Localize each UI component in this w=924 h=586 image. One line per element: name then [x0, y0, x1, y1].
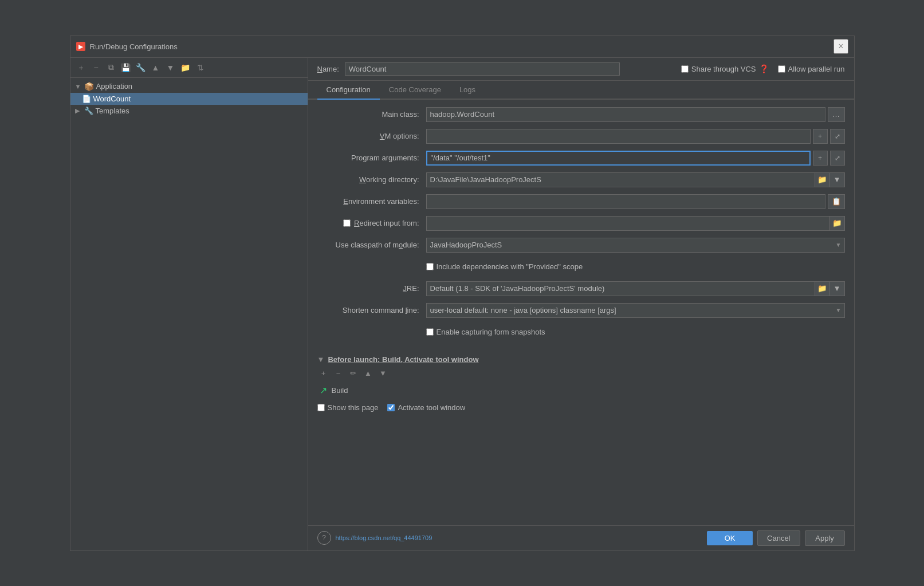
allow-parallel-checkbox[interactable]: [778, 65, 785, 73]
cancel-button[interactable]: Cancel: [757, 530, 800, 546]
settings-config-button[interactable]: 🔧: [135, 61, 147, 74]
include-deps-row: Include dependencies with "Provided" sco…: [317, 259, 845, 275]
env-vars-browse-button[interactable]: 📋: [828, 194, 845, 209]
show-page-checkbox[interactable]: [317, 404, 325, 411]
header-options: Share through VCS ❓ Allow parallel run: [681, 64, 845, 73]
move-down-button[interactable]: ▼: [164, 61, 177, 74]
tab-configuration[interactable]: Configuration: [317, 81, 380, 100]
program-args-fullscreen-button[interactable]: ⤢: [830, 151, 845, 166]
save-config-button[interactable]: 💾: [120, 61, 132, 74]
working-dir-control: 📁 ▼: [426, 172, 845, 187]
tab-logs[interactable]: Logs: [450, 81, 485, 100]
working-dir-group: 📁 ▼: [426, 172, 845, 187]
jre-folder-button[interactable]: 📁: [815, 281, 830, 296]
shorten-cmdline-select-wrapper: user-local default: none - java [options…: [426, 303, 845, 318]
redirect-folder-button[interactable]: 📁: [830, 216, 845, 231]
title-bar: ▶ Run/Debug Configurations ×: [70, 36, 854, 58]
name-input[interactable]: [345, 62, 620, 76]
classpath-select[interactable]: JavaHadoopProJectS: [426, 238, 845, 253]
program-args-input[interactable]: [426, 151, 811, 166]
wordcount-icon: 📄: [82, 95, 91, 103]
classpath-label: Use classpath of module:: [317, 241, 426, 249]
shorten-cmdline-row: Shorten command line: user-local default…: [317, 302, 845, 318]
before-launch-label: Before launch: Build, Activate tool wind…: [328, 355, 478, 364]
sidebar-item-wordcount[interactable]: 📄 WordCount: [70, 93, 308, 105]
main-class-label: Main class:: [317, 110, 426, 119]
working-dir-folder-button[interactable]: 📁: [815, 172, 830, 187]
redirect-checkbox[interactable]: [343, 219, 351, 227]
footer-left: ? https://blog.csdn.net/qq_44491709: [317, 531, 432, 545]
sidebar-tree: ▼ 📦 Application 📄 WordCount ▶ 🔧 Template…: [70, 78, 308, 550]
jre-input[interactable]: [426, 281, 815, 296]
share-vcs-label[interactable]: Share through VCS ❓: [681, 64, 769, 73]
close-button[interactable]: ×: [833, 39, 848, 54]
templates-label: Templates: [96, 107, 129, 115]
move-up-button[interactable]: ▲: [150, 61, 162, 74]
build-arrow-icon: ↗: [320, 385, 327, 396]
jre-dropdown-button[interactable]: ▼: [830, 281, 845, 296]
main-class-browse-button[interactable]: …: [828, 107, 845, 122]
redirect-input-field[interactable]: [426, 216, 830, 231]
apply-button[interactable]: Apply: [805, 530, 845, 546]
name-label: Name:: [317, 65, 339, 73]
classpath-control: JavaHadoopProJectS ▼: [426, 238, 845, 253]
include-deps-checkbox[interactable]: [426, 263, 434, 270]
vm-options-control: + ⤢: [426, 129, 845, 144]
add-config-button[interactable]: +: [75, 61, 88, 74]
enable-snapshots-checkbox[interactable]: [426, 328, 434, 336]
show-page-label[interactable]: Show this page: [317, 403, 379, 412]
env-vars-input[interactable]: [426, 194, 825, 209]
remove-config-button[interactable]: −: [90, 61, 103, 74]
enable-snapshots-control: Enable capturing form snapshots: [426, 328, 845, 336]
activate-tool-window-label[interactable]: Activate tool window: [387, 403, 465, 412]
add-folder-button[interactable]: 📁: [179, 61, 192, 74]
vm-options-expand-button[interactable]: +: [813, 129, 828, 144]
before-launch-down-button[interactable]: ▼: [377, 367, 390, 380]
classpath-select-wrapper: JavaHadoopProJectS ▼: [426, 238, 845, 253]
sidebar-item-application[interactable]: ▼ 📦 Application: [70, 80, 308, 93]
before-launch-header: ▼ Before launch: Build, Activate tool wi…: [317, 355, 845, 364]
shorten-cmdline-label: Shorten command line:: [317, 306, 426, 314]
shorten-cmdline-select[interactable]: user-local default: none - java [options…: [426, 303, 845, 318]
working-dir-input[interactable]: [426, 172, 815, 187]
before-launch-edit-button[interactable]: ✏: [347, 367, 360, 380]
footer-link[interactable]: https://blog.csdn.net/qq_44491709: [336, 534, 432, 541]
vm-options-fullscreen-button[interactable]: ⤢: [830, 129, 845, 144]
include-deps-label[interactable]: Include dependencies with "Provided" sco…: [426, 262, 583, 271]
before-launch-toolbar: + − ✏ ▲ ▼: [317, 367, 845, 380]
build-label: Build: [332, 386, 348, 395]
vm-options-label: VM options:: [317, 132, 426, 140]
classpath-row: Use classpath of module: JavaHadoopProJe…: [317, 237, 845, 253]
right-panel: Name: Share through VCS ❓ Allow parallel…: [308, 58, 854, 550]
help-button[interactable]: ?: [317, 531, 331, 545]
main-class-control: …: [426, 107, 845, 122]
include-deps-control: Include dependencies with "Provided" sco…: [426, 262, 845, 271]
templates-expand-icon: ▶: [75, 107, 82, 115]
before-launch-up-button[interactable]: ▲: [362, 367, 375, 380]
main-class-input[interactable]: [426, 107, 825, 122]
main-content: + − ⧉ 💾 🔧 ▲ ▼ 📁 ⇅ ▼ 📦 Application: [70, 58, 854, 550]
working-dir-dropdown-button[interactable]: ▼: [830, 172, 845, 187]
help-icon: ❓: [759, 64, 769, 73]
sort-button[interactable]: ⇅: [194, 61, 207, 74]
before-launch-collapse-icon[interactable]: ▼: [317, 355, 325, 364]
ok-button[interactable]: OK: [707, 531, 753, 545]
env-vars-control: 📋: [426, 194, 845, 209]
tab-code-coverage[interactable]: Code Coverage: [380, 81, 450, 100]
before-launch-section: ▼ Before launch: Build, Activate tool wi…: [317, 355, 845, 398]
before-launch-remove-button[interactable]: −: [332, 367, 345, 380]
copy-config-button[interactable]: ⧉: [105, 61, 117, 74]
allow-parallel-label[interactable]: Allow parallel run: [778, 65, 845, 73]
share-vcs-checkbox[interactable]: [681, 65, 689, 73]
vm-options-input[interactable]: [426, 129, 811, 144]
jre-control: 📁 ▼: [426, 281, 845, 296]
sidebar: + − ⧉ 💾 🔧 ▲ ▼ 📁 ⇅ ▼ 📦 Application: [70, 58, 308, 550]
sidebar-item-templates[interactable]: ▶ 🔧 Templates: [70, 105, 308, 117]
program-args-label: Program arguments:: [317, 154, 426, 162]
before-launch-add-button[interactable]: +: [317, 367, 330, 380]
redirect-label: Redirect input from:: [317, 219, 426, 227]
program-args-expand-button[interactable]: +: [813, 151, 828, 166]
activate-tool-window-checkbox[interactable]: [387, 404, 395, 411]
enable-snapshots-row: Enable capturing form snapshots: [317, 324, 845, 340]
enable-snapshots-label[interactable]: Enable capturing form snapshots: [426, 328, 545, 336]
